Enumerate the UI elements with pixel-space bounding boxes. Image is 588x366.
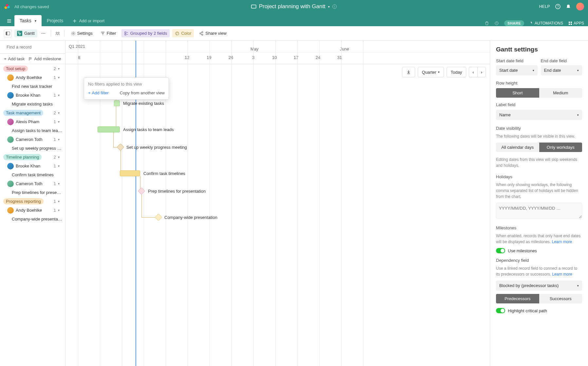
today-button[interactable]: Today	[447, 67, 467, 77]
share-view-button[interactable]: Share view	[196, 29, 229, 37]
gear-icon	[71, 31, 76, 36]
top-header: All changes saved Project planning with …	[0, 0, 588, 13]
person-name: Andy Boehlke	[16, 208, 54, 213]
task-row[interactable]: Prep timelines for prese…	[0, 188, 65, 197]
people-icon[interactable]	[55, 31, 60, 36]
filter-icon	[101, 31, 105, 36]
day-label: 17	[294, 55, 298, 60]
gantt-bar[interactable]	[114, 100, 120, 106]
person-name: Andy Boehlke	[16, 75, 54, 80]
person-row[interactable]: Brooke Khan1▾	[0, 162, 65, 170]
row-height-toggle: Short Medium	[496, 88, 582, 98]
gantt-bar[interactable]	[120, 170, 140, 176]
bell-icon[interactable]	[566, 4, 571, 9]
avatar	[7, 181, 14, 187]
quarter-label: Q1 2021	[69, 44, 85, 49]
svg-rect-16	[18, 33, 21, 34]
filter-button[interactable]: Filter	[98, 29, 119, 37]
gantt-bar-label: Assign tasks to team leads	[123, 127, 174, 132]
zoom-select[interactable]: Quarter ▾	[418, 67, 444, 77]
task-row[interactable]: Confirm task timelines	[0, 170, 65, 179]
start-date-select[interactable]: Start date ▾	[496, 65, 538, 75]
grouped-button[interactable]: Grouped by 2 fields	[121, 29, 170, 37]
person-row[interactable]: Alexis Pham1▾	[0, 117, 65, 126]
history-icon[interactable]	[494, 21, 499, 26]
chevron-down-icon: ▾	[58, 76, 62, 79]
all-days-option[interactable]: All calendar days	[496, 143, 539, 152]
gantt-milestone[interactable]	[155, 214, 162, 221]
avatar	[7, 136, 14, 143]
critical-path-toggle[interactable]	[496, 308, 505, 313]
person-row[interactable]: Brooke Khan1▾	[0, 91, 65, 100]
svg-rect-14	[6, 32, 7, 35]
help-link[interactable]: HELP	[539, 4, 550, 9]
milestones-toggle[interactable]	[496, 248, 505, 253]
holidays-input[interactable]	[496, 203, 582, 219]
app-logo-icon[interactable]	[4, 3, 10, 10]
add-milestone-button[interactable]: Add milestone	[28, 56, 61, 61]
day-label: 12	[185, 55, 189, 60]
info-icon[interactable]: i	[332, 4, 337, 9]
more-icon[interactable]: ⋯	[40, 29, 47, 37]
person-row[interactable]: Andy Boehlke1▾	[0, 206, 65, 215]
color-button[interactable]: Color	[172, 29, 194, 37]
successors-option[interactable]: Successors	[539, 294, 582, 303]
task-row[interactable]: Find new task tracker	[0, 82, 65, 91]
end-date-select[interactable]: End date ▾	[541, 65, 582, 75]
tab-projects[interactable]: Projects	[42, 15, 69, 26]
add-import-button[interactable]: Add or import	[68, 15, 108, 26]
menu-icon[interactable]	[4, 16, 14, 26]
share-button[interactable]: SHARE	[504, 20, 524, 26]
search-input[interactable]	[7, 45, 62, 49]
svg-point-26	[176, 34, 177, 34]
task-row[interactable]: Assign tasks to team lea…	[0, 126, 65, 135]
workdays-option[interactable]: Only workdays	[539, 143, 582, 152]
group-pill: Tool setup	[3, 66, 28, 72]
row-height-short[interactable]: Short	[496, 88, 539, 98]
person-row[interactable]: Cameron Toth1▾	[0, 135, 65, 144]
gantt-bar-label: Prep timelines for presentation	[148, 189, 206, 194]
help-icon[interactable]: ?	[555, 4, 560, 9]
chevron-down-icon: ▾	[58, 111, 62, 115]
search-bar[interactable]	[0, 41, 65, 54]
tab-tasks[interactable]: Tasks ▾	[14, 15, 42, 26]
group-header[interactable]: Progress reporting1▾	[0, 197, 65, 206]
label-field-select[interactable]: Name ▾	[496, 110, 582, 120]
download-icon-button[interactable]	[402, 67, 415, 77]
user-avatar[interactable]	[576, 3, 584, 10]
trash-icon[interactable]	[485, 21, 489, 26]
apps-link[interactable]: APPS	[568, 21, 584, 26]
row-height-medium[interactable]: Medium	[539, 88, 582, 98]
group-header[interactable]: Timeline planning2▾	[0, 153, 65, 162]
predecessors-option[interactable]: Predecessors	[496, 294, 539, 303]
share-icon	[199, 31, 204, 36]
gantt-bar-label: Set up weekly progress meeting	[126, 145, 187, 150]
dependency-select[interactable]: Blocked by (predecessor tasks) ▾	[496, 280, 582, 291]
add-task-button[interactable]: + Add task	[4, 56, 25, 61]
svg-point-25	[177, 32, 178, 33]
task-row[interactable]: Company-wide presenta…	[0, 215, 65, 223]
task-row[interactable]: Migrate existing tasks	[0, 100, 65, 108]
add-filter-button[interactable]: + Add filter	[88, 90, 109, 95]
gantt-milestone[interactable]	[117, 144, 124, 151]
chevron-down-icon: ▾	[533, 69, 534, 72]
view-name-badge[interactable]: Gantt	[14, 29, 37, 37]
person-row[interactable]: Cameron Toth1▾	[0, 179, 65, 188]
group-icon	[124, 31, 129, 36]
plus-icon: +	[88, 90, 91, 95]
sidebar-toggle-button[interactable]	[4, 29, 12, 37]
prev-button[interactable]: ‹	[469, 67, 477, 77]
copy-from-view-button[interactable]: Copy from another view	[120, 90, 165, 95]
project-title[interactable]: Project planning with Gantt ▾ i	[251, 3, 337, 10]
person-row[interactable]: Andy Boehlke1▾	[0, 73, 65, 82]
next-button[interactable]: ›	[477, 67, 486, 77]
group-header[interactable]: Task management2▾	[0, 108, 65, 117]
settings-button[interactable]: Settings	[68, 29, 95, 37]
group-header[interactable]: Tool setup2▾	[0, 64, 65, 73]
svg-rect-12	[571, 24, 572, 25]
task-row[interactable]: Set up weekly progress …	[0, 144, 65, 153]
learn-more-milestones[interactable]: Learn more	[552, 240, 572, 244]
learn-more-dependency[interactable]: Learn more	[552, 272, 572, 277]
gantt-bar[interactable]	[98, 126, 120, 132]
automations-link[interactable]: AUTOMATIONS	[529, 21, 563, 26]
